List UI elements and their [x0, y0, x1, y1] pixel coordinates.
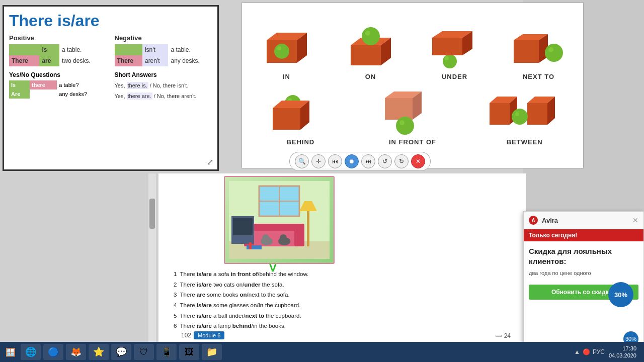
questions-col: Yes/No Questions Is there a table? Are a… — [9, 71, 107, 102]
prep-under: UNDER — [415, 25, 494, 80]
taskbar-app7[interactable]: 📱 — [156, 344, 177, 360]
prep-row1: IN ON — [247, 25, 578, 80]
page-num: 24 — [504, 332, 511, 339]
taskbar-app4[interactable]: ⭐ — [89, 344, 109, 360]
module-num: 102 — [181, 332, 191, 339]
answers-text: Yes, there is. / No, there isn't. Yes, t… — [115, 80, 213, 102]
close-button[interactable]: ✕ — [411, 154, 425, 168]
cell: a table? — [57, 80, 107, 89]
module-label: Module 6 — [194, 331, 224, 339]
highlight: there are. — [127, 93, 152, 100]
between-illustration — [487, 85, 562, 136]
prep-label-under: UNDER — [442, 73, 467, 80]
taskbar-clock: 17:30 04.03.2020 — [609, 345, 636, 359]
prev-button[interactable]: ⏮ — [328, 154, 342, 168]
exercise-line-5: 5 There is/are a ball under/next to the … — [174, 311, 308, 321]
under-illustration — [425, 25, 485, 70]
on-illustration — [341, 25, 401, 70]
cell: Is — [9, 80, 30, 89]
bold-text: is/are — [197, 323, 212, 329]
taskbar-app6[interactable]: 🛡 — [134, 344, 154, 360]
avira-discount-badge: 30% — [608, 282, 633, 307]
questions-header: Yes/No Questions — [9, 71, 107, 78]
in-illustration — [257, 25, 317, 70]
avira-close-icon[interactable]: ✕ — [632, 216, 638, 224]
start-button[interactable]: 🪟 — [3, 344, 19, 360]
cursor-button[interactable]: ✛ — [311, 154, 326, 168]
svg-marker-30 — [490, 103, 510, 125]
room-svg — [229, 181, 330, 259]
taskbar-ie[interactable]: 🌐 — [21, 344, 41, 360]
svg-point-3 — [274, 44, 289, 59]
svg-point-29 — [399, 120, 405, 125]
expand-icon[interactable]: ⤢ — [207, 157, 213, 167]
bold-text: in front of — [231, 271, 258, 277]
cell: any desks? — [57, 89, 107, 99]
svg-marker-25 — [385, 98, 413, 120]
exercise-text: 1 There is/are a sofa in front of/behind… — [174, 269, 308, 331]
grammar-panel: There is/are Positive is a table. There … — [3, 5, 219, 171]
module-badge: 102 Module 6 — [181, 331, 224, 339]
prep-behind: BEHIND — [247, 85, 354, 146]
date-display: 04.03.2020 — [609, 352, 636, 359]
prep-row2: BEHIND IN FRONT OF — [247, 85, 578, 146]
avira-heading: Скидка для лояльных клиентов: — [529, 246, 638, 266]
bold-text: in — [259, 302, 264, 308]
avira-title: Avira — [542, 217, 558, 224]
undo-button[interactable]: ↺ — [378, 154, 392, 168]
taskbar-folder[interactable]: 📁 — [202, 344, 222, 360]
cell: There — [9, 55, 39, 66]
next-button[interactable]: ⏭ — [361, 154, 375, 168]
redo-button[interactable]: ↻ — [394, 154, 409, 168]
prepositions-panel: IN ON — [242, 3, 584, 168]
taskbar-chrome[interactable]: 🔵 — [43, 344, 63, 360]
grammar-columns: Positive is a table. There are two desks… — [9, 34, 212, 66]
cell: aren't — [142, 55, 169, 66]
grammar-title: There is/are — [9, 12, 212, 30]
taskbar-right: ▲ 🔴 РУС 17:30 04.03.2020 — [574, 345, 641, 359]
svg-point-37 — [515, 112, 519, 116]
prep-between: BETWEEN — [471, 85, 578, 146]
cell — [30, 89, 57, 99]
cell: a table. — [59, 44, 107, 55]
svg-point-54 — [280, 234, 287, 241]
svg-point-19 — [548, 47, 553, 52]
cell: there — [30, 80, 57, 89]
questions-table: Is there a table? Are any desks? — [9, 80, 107, 99]
exercise-line-2: 2 There is/are two cats on/under the sof… — [174, 280, 308, 290]
highlight: there is. — [127, 82, 148, 89]
taskbar-firefox[interactable]: 🦊 — [66, 344, 86, 360]
svg-point-9 — [365, 31, 370, 36]
avira-tray-icon: 🔴 — [583, 348, 590, 355]
discount-text: 30% — [614, 291, 627, 299]
positive-table: is a table. There are two desks. — [9, 44, 107, 66]
taskbar-app5[interactable]: 💬 — [111, 344, 131, 360]
bold-text: is/are — [197, 282, 212, 288]
prep-next-to: NEXT TO — [499, 25, 578, 80]
taskbar-app8[interactable]: 🖼 — [179, 344, 199, 360]
svg-rect-56 — [249, 242, 252, 249]
zoom-button[interactable]: 🔍 — [295, 154, 309, 168]
scroll-thumb[interactable] — [149, 199, 155, 229]
taskbar: 🪟 🌐 🔵 🦊 ⭐ 💬 🛡 📱 🖼 📁 ▲ 🔴 РУС 17:30 04.03.… — [0, 342, 644, 362]
cell: is — [39, 44, 59, 55]
cell: isn't — [142, 44, 169, 55]
taskbar-system-icons: ▲ 🔴 РУС — [574, 348, 605, 355]
svg-point-10 — [443, 54, 457, 68]
cell: a table. — [168, 44, 212, 55]
prep-label-next-to: NEXT TO — [523, 73, 554, 80]
bold-text: is/are — [197, 313, 212, 319]
control-bar: 🔍 ✛ ⏮ ⏺ ⏭ ↺ ↻ ✕ — [289, 152, 431, 171]
table-row: There aren't any desks. — [115, 55, 213, 66]
cell: two desks. — [59, 55, 107, 66]
answer-row1: Yes, there is. / No, there isn't. — [115, 80, 213, 91]
scroll-area[interactable] — [148, 173, 156, 344]
prep-in-front-of: IN FRONT OF — [359, 85, 466, 146]
page-number-area: 24 — [496, 332, 511, 339]
bold-text: is/are — [197, 302, 212, 308]
in-front-of-illustration — [375, 85, 450, 136]
avira-popup: A Avira ✕ Только сегодня! Скидка для лоя… — [523, 211, 644, 352]
bold-text: next to — [245, 313, 264, 319]
avira-subtext: два года по цене одного — [529, 270, 638, 276]
play-button[interactable]: ⏺ — [345, 154, 359, 168]
